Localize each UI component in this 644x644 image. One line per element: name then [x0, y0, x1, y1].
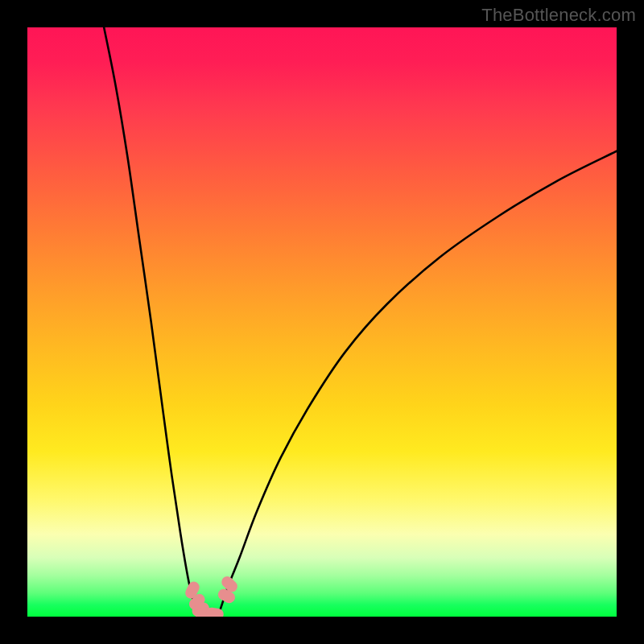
plot-area — [27, 27, 617, 617]
chart-frame: TheBottleneck.com — [0, 0, 644, 644]
watermark-text: TheBottleneck.com — [481, 5, 636, 26]
bottleneck-curve — [27, 27, 617, 617]
bottleneck-curve-path — [104, 27, 617, 615]
